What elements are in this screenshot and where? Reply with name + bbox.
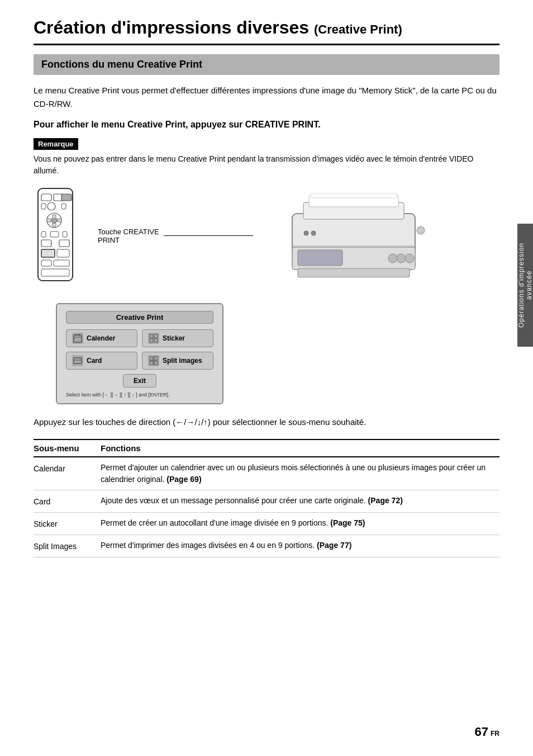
svg-point-30 xyxy=(405,254,414,263)
svg-point-35 xyxy=(311,231,316,235)
connector-line xyxy=(164,235,253,236)
instruction-text: Pour afficher le menu Creative Print, ap… xyxy=(34,119,499,131)
menu-btn-split-images[interactable]: Split images xyxy=(142,352,213,370)
remarque-label: Remarque xyxy=(34,138,78,150)
creative-menu-title: Creative Print xyxy=(66,311,213,324)
svg-rect-33 xyxy=(298,268,410,277)
sous-menu-cell-0: Calendar xyxy=(34,457,101,490)
direction-text: Appuyez sur les touches de direction (←/… xyxy=(34,415,499,429)
page-fr: FR xyxy=(491,730,499,738)
page-ref-3: (Page 77) xyxy=(317,541,351,550)
svg-point-29 xyxy=(397,254,406,263)
svg-rect-17 xyxy=(59,240,69,247)
svg-rect-15 xyxy=(63,231,67,237)
menu-grid: Calender Sticker Card xyxy=(66,329,213,370)
touche-label-line1: Touche CREATIVE xyxy=(98,228,159,236)
page-title: Création d'impressions diverses (Creativ… xyxy=(34,17,499,45)
svg-rect-47 xyxy=(150,357,153,360)
svg-rect-22 xyxy=(41,269,69,276)
svg-rect-14 xyxy=(50,231,59,237)
exit-btn-row: Exit xyxy=(66,374,213,388)
section-header-text: Fonctions du menu Creative Print xyxy=(41,59,202,70)
svg-rect-4 xyxy=(41,204,46,209)
side-tab-text: Opérations d'impression avancée xyxy=(517,235,533,336)
svg-rect-48 xyxy=(154,357,158,360)
svg-rect-41 xyxy=(150,334,153,338)
creative-menu-container: Creative Print Calender Sticker xyxy=(56,303,223,404)
touche-label-line2: PRINT xyxy=(98,236,159,244)
svg-rect-31 xyxy=(298,250,342,266)
sticker-label: Sticker xyxy=(163,334,185,342)
svg-point-28 xyxy=(388,254,397,263)
sous-menu-table: Sous-menu Fonctions CalendarPermet d'ajo… xyxy=(34,439,499,557)
creative-menu-box: Creative Print Calender Sticker xyxy=(56,303,223,404)
side-tab: Opérations d'impression avancée xyxy=(517,224,533,347)
svg-rect-13 xyxy=(41,231,46,237)
svg-rect-49 xyxy=(150,361,153,365)
table-row: Split ImagesPermet d'imprimer des images… xyxy=(34,535,499,557)
svg-rect-42 xyxy=(154,334,158,338)
svg-rect-1 xyxy=(41,194,51,201)
illustration-row: Touche CREATIVE PRINT xyxy=(34,186,499,286)
svg-rect-18 xyxy=(41,249,55,257)
svg-point-32 xyxy=(417,226,425,234)
card-icon xyxy=(72,355,83,366)
remarque-box: Remarque Vous ne pouvez pas entrer dans … xyxy=(34,138,499,177)
table-row: CalendarPermet d'ajouter un calendrier a… xyxy=(34,457,499,490)
intro-text: Le menu Creative Print vous permet d'eff… xyxy=(34,84,499,111)
arrow-line-area: Touche CREATIVE PRINT xyxy=(98,228,253,244)
table-header-col2: Fonctions xyxy=(101,440,499,457)
page-ref-0: (Page 69) xyxy=(166,475,201,484)
svg-rect-44 xyxy=(154,339,158,342)
table-row: CardAjoute des vœux et un message person… xyxy=(34,490,499,512)
svg-rect-12 xyxy=(58,219,61,222)
svg-rect-6 xyxy=(61,204,66,209)
fonctions-cell-2: Permet de créer un autocollant d'une ima… xyxy=(101,512,499,535)
menu-btn-calendar[interactable]: Calender xyxy=(66,329,137,347)
table-header-col1: Sous-menu xyxy=(34,440,101,457)
calendar-label: Calender xyxy=(87,334,115,342)
svg-rect-20 xyxy=(41,260,51,266)
svg-rect-26 xyxy=(311,193,397,198)
page-number-area: 67 FR xyxy=(475,725,499,739)
fonctions-cell-3: Permet d'imprimer des images divisées en… xyxy=(101,535,499,557)
menu-hint: Select item with [← ][→ ][ ↑ ][ ↓ ] and … xyxy=(66,392,213,398)
sous-menu-cell-2: Sticker xyxy=(34,512,101,535)
split-images-icon xyxy=(148,355,159,366)
remote-control-icon xyxy=(34,186,87,286)
page-ref-1: (Page 72) xyxy=(368,496,403,505)
svg-rect-50 xyxy=(154,361,158,365)
svg-rect-9 xyxy=(53,215,56,219)
title-sub: (Creative Print) xyxy=(314,22,402,36)
svg-rect-45 xyxy=(74,358,82,363)
remarque-text: Vous ne pouvez pas entrer dans le menu C… xyxy=(34,153,499,177)
svg-rect-37 xyxy=(74,335,82,342)
svg-point-34 xyxy=(304,231,308,235)
table-row: StickerPermet de créer un autocollant d'… xyxy=(34,512,499,535)
svg-rect-21 xyxy=(54,260,69,266)
menu-btn-sticker[interactable]: Sticker xyxy=(142,329,213,347)
svg-rect-10 xyxy=(53,223,56,227)
fonctions-cell-0: Permet d'ajouter un calendrier avec un o… xyxy=(101,457,499,490)
split-images-label: Split images xyxy=(163,357,202,365)
section-header: Fonctions du menu Creative Print xyxy=(34,54,499,75)
fonctions-cell-1: Ajoute des vœux et un message personnali… xyxy=(101,490,499,512)
svg-point-5 xyxy=(47,202,55,210)
svg-rect-16 xyxy=(41,240,51,247)
touche-label-block: Touche CREATIVE PRINT xyxy=(98,228,253,244)
printer-icon xyxy=(259,186,437,286)
title-main: Création d'impressions diverses xyxy=(34,17,309,37)
page-number: 67 xyxy=(475,725,488,739)
card-label: Card xyxy=(87,357,102,365)
sticker-icon xyxy=(148,333,159,344)
exit-button[interactable]: Exit xyxy=(123,374,156,388)
svg-rect-19 xyxy=(57,249,69,257)
sous-menu-cell-3: Split Images xyxy=(34,535,101,557)
svg-rect-11 xyxy=(47,219,51,222)
svg-rect-43 xyxy=(150,339,153,342)
sous-menu-cell-1: Card xyxy=(34,490,101,512)
svg-rect-3 xyxy=(61,194,72,201)
page-ref-2: (Page 75) xyxy=(330,518,365,527)
menu-btn-card[interactable]: Card xyxy=(66,352,137,370)
calendar-icon xyxy=(72,333,83,344)
